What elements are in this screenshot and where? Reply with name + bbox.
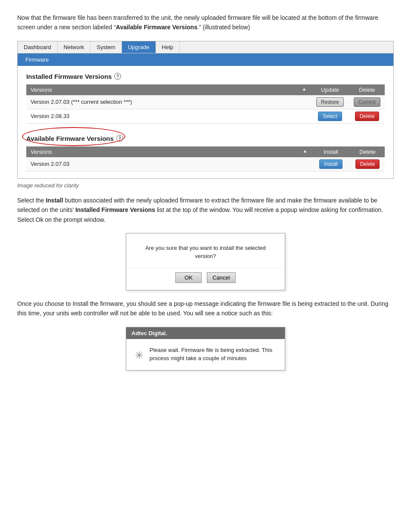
sub-nav: Firmware (18, 53, 393, 66)
confirm-dialog-footer: OK Cancel (126, 268, 285, 290)
installed-col-versions: Versions ▲ (26, 84, 311, 95)
cancel-button[interactable]: Cancel (207, 272, 235, 283)
version-cell: Version 2.08.33 (26, 109, 311, 123)
select-button[interactable]: Select (318, 112, 342, 121)
nav-help[interactable]: Help (156, 41, 180, 53)
nav-bar: Dashboard Network System Upgrade Help (18, 41, 393, 53)
available-col-delete: Delete (350, 146, 385, 157)
installed-table: Versions ▲ Update Delete Version 2.07.03… (26, 84, 385, 124)
table-row: Version 2.07.03 (*** current selection *… (26, 95, 385, 109)
table-row: Version 2.07.03 Install Delete (26, 157, 385, 171)
installed-col-delete: Delete (349, 84, 385, 95)
available-col-install: Install (311, 146, 350, 157)
confirm-dialog: Are you sure that you want to install th… (126, 233, 285, 290)
sub-nav-firmware[interactable]: Firmware (22, 55, 52, 64)
restore-button[interactable]: Restore (316, 97, 344, 107)
intro-bold: Available Firmware Versions (116, 24, 197, 31)
available-col-versions: Versions ▲ (26, 146, 311, 157)
ok-button[interactable]: OK (175, 272, 202, 283)
avail-delete-button[interactable]: Delete (355, 159, 380, 169)
available-table: Versions ▲ Install Delete Version 2.07.0… (26, 146, 385, 171)
body-paragraph: Select the Install button associated wit… (17, 196, 394, 224)
installed-bold: Installed Firmware Versions (75, 206, 155, 213)
install-button[interactable]: Install (319, 159, 342, 169)
select-cell: Select (311, 109, 349, 123)
installed-col-update: Update (311, 84, 349, 95)
image-caption: Image reduced for clarity (17, 182, 394, 189)
spinner-icon: ✳ (135, 348, 143, 363)
restore-cell: Restore (311, 95, 349, 109)
avail-delete-cell: Delete (350, 157, 385, 171)
available-section-title: Available Firmware Versions ? (26, 135, 123, 142)
nav-dashboard[interactable]: Dashboard (18, 41, 58, 53)
after-paragraph: Once you choose to Install the firmware,… (17, 299, 394, 318)
nav-system[interactable]: System (90, 41, 121, 53)
install-bold: Install (46, 197, 63, 204)
body-text-1: Select the (17, 197, 46, 204)
delete-cell: Delete (349, 109, 385, 123)
intro-text-after: .” (illustrated below) (197, 24, 250, 31)
current-cell: Current (349, 95, 385, 109)
delete-button[interactable]: Delete (355, 112, 380, 121)
intro-paragraph: Now that the firmware file has been tran… (17, 13, 394, 32)
confirm-dialog-body: Are you sure that you want to install th… (126, 233, 285, 268)
table-row: Version 2.08.33 Select Delete (26, 109, 385, 123)
installed-info-icon[interactable]: ? (114, 73, 121, 80)
version-cell: Version 2.07.03 (*** current selection *… (26, 95, 311, 109)
avail-sort-arrow: ▲ (303, 149, 307, 153)
avail-version-cell: Version 2.07.03 (26, 157, 311, 171)
adtec-dialog: Adtec Digital. ✳ Please wait. Firmware f… (126, 327, 285, 370)
adtec-body: ✳ Please wait. Firmware file is being ex… (126, 339, 285, 370)
nav-upgrade[interactable]: Upgrade (122, 41, 156, 53)
available-section: Available Firmware Versions ? Versions ▲… (26, 131, 385, 171)
current-button[interactable]: Current (354, 97, 380, 107)
sort-arrow: ▲ (302, 87, 306, 91)
firmware-body: Installed Firmware Versions ? Versions ▲… (18, 66, 393, 178)
adtec-message: Please wait. Firmware file is being extr… (149, 346, 276, 363)
adtec-header: Adtec Digital. (126, 327, 285, 339)
installed-section-title: Installed Firmware Versions ? (26, 73, 385, 80)
nav-network[interactable]: Network (58, 41, 91, 53)
firmware-mockup: Dashboard Network System Upgrade Help Fi… (17, 41, 394, 179)
confirm-message: Are you sure that you want to install th… (145, 245, 266, 260)
install-cell: Install (311, 157, 350, 171)
available-info-icon[interactable]: ? (116, 135, 123, 142)
